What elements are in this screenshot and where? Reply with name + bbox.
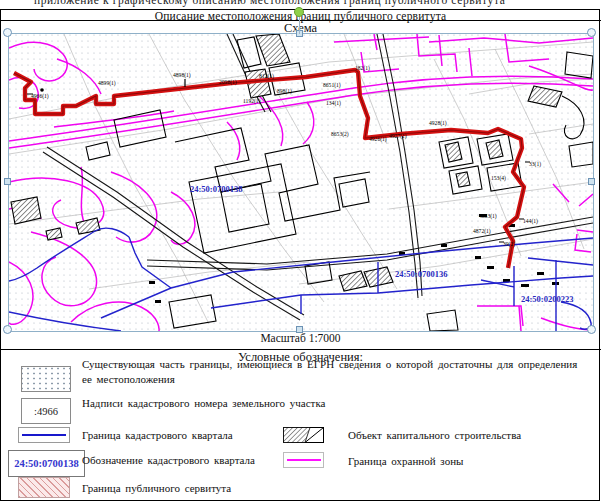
legend-parcel-number-text: Надписи кадастрового номера земельного у… <box>82 396 562 411</box>
legend-quarter-boundary-text: Граница кадастрового квартала <box>82 428 282 443</box>
legend-servitude-boundary-symbol <box>18 477 70 498</box>
svg-text:4899(1): 4899(1) <box>98 80 116 87</box>
map-image[interactable]: 4966(1) 4899(1) 4898(1) 2098(1) 812(1) 8… <box>8 33 594 332</box>
svg-text:812(1): 812(1) <box>259 73 274 80</box>
legend-protection-zone-symbol <box>283 452 324 468</box>
blue-line-icon <box>22 434 66 437</box>
magenta-line-icon <box>287 459 321 462</box>
resize-handle-top-left[interactable] <box>3 28 12 37</box>
svg-text:8653(2): 8653(2) <box>331 131 349 138</box>
svg-text:4928(1): 4928(1) <box>429 120 447 127</box>
svg-text:4966(1): 4966(1) <box>31 93 49 100</box>
svg-text:134(1): 134(1) <box>326 100 341 107</box>
svg-text:33(1): 33(1) <box>529 161 541 168</box>
svg-text:4872(1): 4872(1) <box>473 228 491 235</box>
resize-handle-mid-right[interactable] <box>588 178 595 185</box>
rotate-handle[interactable] <box>294 7 304 17</box>
svg-text:144(1): 144(1) <box>523 218 538 225</box>
svg-text:24:50:0700138: 24:50:0700138 <box>190 184 242 194</box>
svg-text:4898(1): 4898(1) <box>173 72 191 79</box>
cadastral-map: 4966(1) 4899(1) 4898(1) 2098(1) 812(1) 8… <box>9 34 593 331</box>
svg-text:24:50:0700136: 24:50:0700136 <box>395 269 447 279</box>
legend-existing-boundary-text: Существующая часть границы, имеющиеся в … <box>82 357 587 386</box>
svg-text:898(1): 898(1) <box>277 88 292 95</box>
legend-capital-construction-symbol <box>283 427 324 443</box>
svg-text:4926(1): 4926(1) <box>369 136 387 143</box>
svg-text:1192(1): 1192(1) <box>243 98 261 105</box>
resize-handle-top-right[interactable] <box>587 28 596 37</box>
legend-quarter-designation-symbol: 24:50:0700138 <box>8 450 85 477</box>
svg-text:8651(1): 8651(1) <box>323 82 341 89</box>
legend-protection-zone-text: Граница охранной зоны <box>348 454 588 469</box>
legend-existing-boundary-symbol <box>21 366 71 392</box>
svg-text:39(2): 39(2) <box>503 241 515 248</box>
svg-text:2098(1): 2098(1) <box>219 79 237 86</box>
rotate-handle-stem <box>299 17 300 34</box>
svg-text:182(1): 182(1) <box>355 65 370 72</box>
legend-quarter-boundary-symbol <box>18 427 70 443</box>
legend-capital-construction-text: Объект капитального строительства <box>348 428 588 443</box>
svg-text:24:50:0200223: 24:50:0200223 <box>521 294 573 304</box>
svg-text:4883(1): 4883(1) <box>479 213 497 220</box>
svg-text:4927(1): 4927(1) <box>389 133 407 140</box>
legend-parcel-number-symbol: :4966 <box>21 398 71 424</box>
scale-label: Масштаб 1:7000 <box>0 332 601 344</box>
legend-servitude-boundary-text: Граница публичного сервитута <box>82 481 322 496</box>
svg-text:153(4): 153(4) <box>491 175 506 182</box>
resize-handle-mid-left[interactable] <box>4 178 11 185</box>
